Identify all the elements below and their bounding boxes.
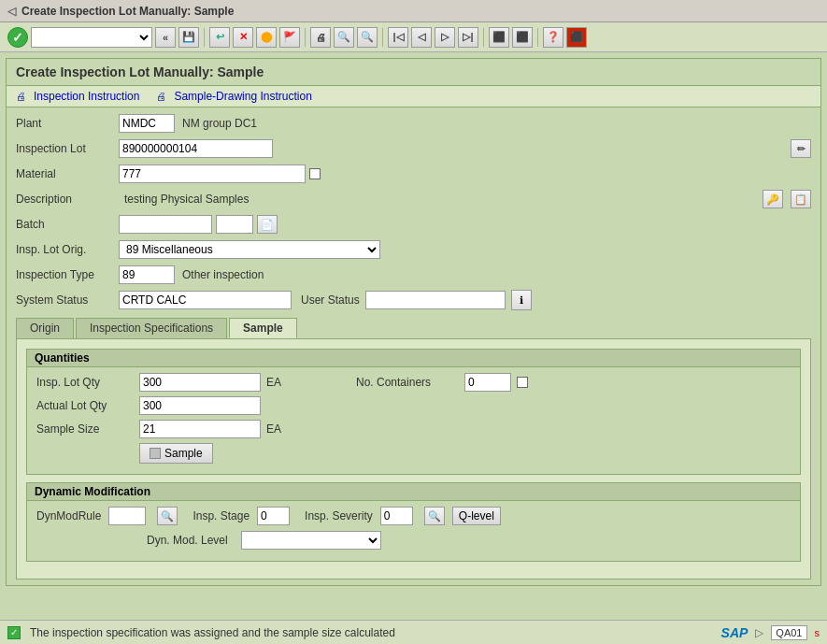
- insp-severity-input[interactable]: [380, 507, 413, 525]
- system-status-label: System Status: [16, 293, 119, 307]
- inspection-instruction-label: Inspection Instruction: [34, 90, 139, 103]
- green-circle-btn[interactable]: ✓: [7, 27, 28, 48]
- sample-size-row: Sample Size EA: [36, 420, 791, 438]
- tab-origin[interactable]: Origin: [16, 318, 74, 338]
- system-status-input[interactable]: [119, 291, 292, 309]
- help-btn[interactable]: ❓: [543, 27, 563, 48]
- sap-logo: SAP: [721, 625, 749, 640]
- screen2-btn[interactable]: ⬛: [512, 27, 533, 48]
- actual-lot-qty-label: Actual Lot Qty: [36, 399, 139, 412]
- insp-lot-qty-input[interactable]: [139, 373, 261, 392]
- tabs-bar: Origin Inspection Specifications Sample: [16, 318, 811, 338]
- inspection-lot-icons: ✏: [510, 139, 811, 158]
- material-checkbox[interactable]: [309, 168, 321, 179]
- quantities-section: Quantities Insp. Lot Qty EA No. Containe…: [26, 349, 801, 475]
- no-containers-checkbox[interactable]: [517, 377, 528, 388]
- dyn-mod-level-select[interactable]: [241, 531, 381, 550]
- material-input[interactable]: [119, 165, 306, 183]
- desc-icon2[interactable]: 📋: [791, 190, 811, 208]
- tab-content: Quantities Insp. Lot Qty EA No. Containe…: [16, 338, 811, 580]
- stop-btn[interactable]: ⬤: [256, 27, 277, 48]
- batch-doc-btn[interactable]: 📄: [257, 215, 278, 234]
- form-panel: Create Inspection Lot Manually: Sample 🖨…: [6, 58, 821, 586]
- status-bar: ✓ The inspection specification was assig…: [0, 620, 827, 644]
- no-containers-label: No. Containers: [356, 376, 459, 389]
- sep4: [483, 28, 484, 47]
- inspection-type-input[interactable]: [119, 265, 175, 284]
- nav1-btn[interactable]: |◁: [388, 27, 408, 48]
- batch-row: Batch 📄: [16, 214, 811, 235]
- form-header: Create Inspection Lot Manually: Sample: [7, 59, 820, 86]
- save-btn[interactable]: 💾: [178, 27, 199, 48]
- inspection-instruction-btn[interactable]: Inspection Instruction: [34, 90, 139, 103]
- title-bar: ◁ Create Inspection Lot Manually: Sample: [0, 0, 827, 22]
- inspection-lot-input[interactable]: [119, 139, 273, 158]
- settings-btn[interactable]: ⬛: [566, 27, 587, 48]
- nav4-btn[interactable]: ▷|: [458, 27, 478, 48]
- sample-drawing-btn[interactable]: Sample-Drawing Instruction: [174, 90, 311, 103]
- tab-sample[interactable]: Sample: [229, 318, 297, 338]
- user-status-input[interactable]: [365, 291, 506, 309]
- flag-btn[interactable]: 🚩: [279, 27, 300, 48]
- status-right: SAP ▷ QA01 s: [721, 625, 820, 640]
- plant-input[interactable]: [119, 114, 175, 133]
- user-status-label: User Status: [301, 293, 360, 307]
- sep2: [305, 28, 306, 47]
- plant-row: Plant NM group DC1: [16, 113, 811, 134]
- back-btn[interactable]: ↩: [209, 27, 230, 48]
- nav-back-btn[interactable]: «: [155, 27, 176, 48]
- form-title: Create Inspection Lot Manually: Sample: [16, 64, 264, 79]
- status-message: The inspection specification was assigne…: [30, 626, 395, 639]
- q-level-button[interactable]: Q-level: [452, 507, 501, 525]
- inspection-type-row: Inspection Type Other inspection: [16, 265, 811, 285]
- system-status-row: System Status User Status ℹ: [16, 290, 811, 310]
- no-containers-group: No. Containers: [356, 373, 528, 392]
- insp-severity-btn[interactable]: 🔍: [424, 507, 445, 525]
- description-row: Description testing Physical Samples 🔑 📋: [16, 189, 811, 209]
- sample-drawing-label: Sample-Drawing Instruction: [174, 90, 311, 103]
- sample-size-input[interactable]: [139, 420, 261, 438]
- insp-stage-input[interactable]: [257, 507, 290, 525]
- cancel-btn[interactable]: ✕: [233, 27, 253, 48]
- find-btn[interactable]: 🔍: [334, 27, 354, 48]
- command-dropdown[interactable]: [31, 27, 152, 48]
- dyn-row1: DynModRule 🔍 Insp. Stage Insp. Severity …: [36, 507, 791, 525]
- insp-stage-label: Insp. Stage: [192, 509, 250, 522]
- insp-lot-orig-row: Insp. Lot Orig. 89 Miscellaneous: [16, 239, 811, 260]
- no-containers-input[interactable]: [464, 373, 511, 392]
- sample-size-label: Sample Size: [36, 422, 139, 436]
- batch-input1[interactable]: [119, 215, 212, 234]
- form-toolbar: 🖨 Inspection Instruction 🖨 Sample-Drawin…: [7, 86, 820, 107]
- batch-label: Batch: [16, 218, 119, 231]
- sample-button[interactable]: Sample: [139, 443, 213, 464]
- main-content: Create Inspection Lot Manually: Sample 🖨…: [0, 52, 827, 620]
- dynmod-rule-input[interactable]: [108, 507, 146, 525]
- quantities-body: Insp. Lot Qty EA No. Containers: [27, 367, 800, 474]
- actual-lot-qty-input[interactable]: [139, 396, 261, 415]
- inspection-lot-edit-btn[interactable]: ✏: [791, 139, 811, 158]
- print-btn[interactable]: 🖨: [310, 27, 331, 48]
- batch-input2[interactable]: [216, 215, 253, 234]
- tab-inspection-specifications[interactable]: Inspection Specifications: [76, 318, 227, 338]
- desc-icon1[interactable]: 🔑: [763, 190, 783, 208]
- insp-lot-qty-row: Insp. Lot Qty EA No. Containers: [36, 373, 791, 392]
- find2-btn[interactable]: 🔍: [357, 27, 378, 48]
- title-bar-icon: ◁: [7, 5, 16, 18]
- inspection-lot-label: Inspection Lot: [16, 142, 119, 155]
- title-bar-title: Create Inspection Lot Manually: Sample: [21, 5, 234, 18]
- sample-btn-row: Sample: [36, 443, 791, 464]
- dynmod-rule-btn[interactable]: 🔍: [157, 507, 178, 525]
- screen1-btn[interactable]: ⬛: [489, 27, 509, 48]
- inspection-type-extra: Other inspection: [182, 268, 264, 281]
- material-label: Material: [16, 167, 119, 180]
- status-info-btn[interactable]: ℹ: [511, 290, 532, 310]
- q-level-label: Q-level: [459, 509, 494, 522]
- dynamic-modification-body: DynModRule 🔍 Insp. Stage Insp. Severity …: [27, 501, 800, 561]
- insp-lot-orig-select[interactable]: 89 Miscellaneous: [119, 240, 380, 259]
- desc-icons: 🔑 📋: [759, 190, 811, 208]
- dynmod-rule-label: DynModRule: [36, 509, 101, 522]
- insp-instruction-icon: 🖨: [16, 91, 26, 102]
- status-check-icon: ✓: [7, 626, 21, 639]
- nav3-btn[interactable]: ▷: [435, 27, 455, 48]
- nav2-btn[interactable]: ◁: [411, 27, 432, 48]
